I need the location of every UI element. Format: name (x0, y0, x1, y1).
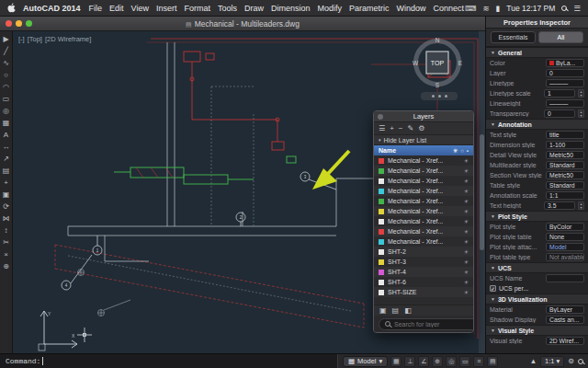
tab-essentials[interactable]: Essentials (491, 31, 536, 43)
new-layer-icon[interactable]: + (390, 124, 394, 132)
circle-tool[interactable]: ○ (1, 69, 12, 81)
layer-on-icon[interactable]: ☀ (464, 208, 469, 214)
menu-insert[interactable]: Insert (153, 4, 181, 13)
layer-on-icon[interactable]: ☀ (464, 238, 469, 245)
edit-layer-icon[interactable]: ✎ (408, 124, 414, 132)
annotation-scale-control[interactable]: 1:1 ▾ (540, 356, 564, 367)
property-value[interactable]: Model (546, 243, 584, 251)
notification-center-icon[interactable]: ☰ (573, 4, 581, 13)
layer-on-icon[interactable]: ☀ (464, 167, 469, 174)
layer-row[interactable]: SHT-6☀ (374, 277, 473, 287)
property-value[interactable]: None (546, 233, 584, 241)
property-value[interactable]: title (546, 131, 584, 139)
layer-row[interactable]: SHT-3☀ (374, 257, 473, 267)
layer-on-icon[interactable]: ☀ (464, 188, 469, 194)
layer-filter-icon[interactable]: ▤ (392, 306, 400, 315)
property-value[interactable]: Standard (546, 181, 584, 190)
section-header-3d-visualization[interactable]: ▼3D Visualization (486, 293, 588, 305)
table-tool[interactable]: ▤ (1, 165, 12, 177)
layer-color-swatch[interactable] (379, 168, 384, 174)
close-window-button[interactable] (6, 20, 12, 27)
viewcube-east[interactable]: E (458, 60, 462, 66)
layer-row[interactable]: Mechanical - Xref...☀ (374, 155, 473, 166)
tab-all[interactable]: All (538, 31, 583, 43)
line-tool[interactable]: ╱ (1, 45, 12, 57)
layer-color-swatch[interactable] (379, 249, 384, 255)
layer-row[interactable]: Mechanical - Xref...☀ (374, 166, 473, 176)
annotation-visibility-icon[interactable]: ▲ (530, 357, 537, 365)
property-value[interactable]: 0 (544, 109, 575, 118)
zoom-window-button[interactable] (26, 20, 32, 27)
layer-row[interactable]: Mechanical - Xref...☀ (374, 216, 473, 226)
value-stepper[interactable]: ▴▾ (578, 89, 584, 98)
mirror-tool[interactable]: ⋈ (1, 213, 12, 224)
property-value[interactable]: ——— (546, 99, 584, 108)
drawing-canvas[interactable]: 1234 (13, 31, 485, 353)
menu-format[interactable]: Format (180, 4, 214, 13)
layers-palette[interactable]: Layers ☰+−✎⚙ ▾ Hide Layer List Name ☀○▪ … (373, 110, 474, 333)
property-value[interactable]: ——— (546, 79, 584, 87)
section-header-general[interactable]: ▼General (486, 47, 588, 58)
property-value[interactable]: Casts an... (546, 316, 584, 324)
arc-tool[interactable]: ◠ (1, 81, 12, 93)
property-value[interactable]: ByLa... (546, 59, 584, 67)
property-value[interactable]: 1-100 (546, 141, 584, 149)
scrollbar-thumb[interactable] (480, 134, 484, 250)
viewport-view-control[interactable]: [Top] (28, 35, 42, 43)
ucs-per-viewport-checkbox[interactable]: ✓ (490, 285, 496, 292)
hatch-tool[interactable]: ▦ (1, 117, 12, 129)
section-header-ucs[interactable]: ▼UCS (486, 262, 588, 273)
layers-palette-titlebar[interactable]: Layers (374, 111, 473, 122)
layer-row[interactable]: SHT-2☀ (374, 247, 473, 257)
menu-dimension[interactable]: Dimension (267, 4, 314, 13)
delete-layer-icon[interactable]: − (399, 124, 403, 132)
layer-row[interactable]: SHT-SIZE☀ (374, 287, 473, 297)
viewcube-top-face[interactable]: TOP (426, 52, 449, 75)
layer-color-swatch[interactable] (379, 209, 384, 214)
menubar-clock[interactable]: Tue 12:17 PM (506, 4, 555, 13)
lock-column-icon[interactable]: ▪ (467, 148, 469, 154)
keyboard-icon[interactable]: ⌨ (465, 4, 476, 13)
trim-tool[interactable]: ✂ (1, 236, 12, 248)
zoom-tool[interactable]: ⊕ (1, 260, 12, 272)
value-stepper[interactable]: ▴▾ (578, 201, 584, 210)
layer-on-icon[interactable]: ☀ (464, 228, 469, 235)
isolate-layer-icon[interactable]: ◧ (404, 306, 412, 315)
status-settings-icon[interactable]: ⚙ (568, 357, 574, 365)
quickprops-toggle[interactable]: ▤ (487, 356, 498, 367)
wifi-icon[interactable]: ≋ (482, 4, 489, 13)
property-value[interactable]: 1 (544, 89, 575, 98)
property-value[interactable] (546, 274, 584, 282)
layer-row[interactable]: Mechanical - Xref...☀ (374, 236, 473, 247)
viewport-menu-control[interactable]: [-] (18, 35, 25, 43)
layer-color-swatch[interactable] (379, 259, 384, 265)
layer-row[interactable]: Mechanical - Xref...☀ (374, 186, 473, 196)
visibility-column-icon[interactable]: ☀ (453, 147, 458, 154)
value-stepper[interactable]: ▴▾ (578, 109, 584, 118)
viewport-visual-style-control[interactable]: [2D Wireframe] (45, 35, 91, 43)
window-titlebar[interactable]: ▤Mechanical - Multileaders.dwg (0, 17, 485, 31)
navigation-bar[interactable] (421, 92, 458, 100)
section-header-annotation[interactable]: ▼Annotation (486, 119, 588, 130)
stretch-tool[interactable]: ↕ (1, 224, 12, 236)
layer-color-swatch[interactable] (379, 270, 384, 275)
spotlight-icon[interactable] (561, 6, 567, 11)
layer-color-swatch[interactable] (379, 280, 384, 285)
layer-on-icon[interactable]: ☀ (464, 178, 469, 184)
command-line[interactable]: Command: (0, 354, 338, 368)
property-value[interactable]: Metric50 (546, 171, 584, 179)
property-value[interactable]: 0 (546, 69, 584, 77)
hide-layer-list-control[interactable]: ▾ Hide Layer List (374, 135, 473, 145)
layer-color-swatch[interactable] (379, 229, 384, 235)
menu-edit[interactable]: Edit (106, 4, 128, 13)
viewcube-north[interactable]: N (435, 37, 440, 43)
section-header-visual-style[interactable]: ▼Visual Style (486, 325, 588, 336)
layer-color-swatch[interactable] (379, 219, 384, 224)
freeze-column-icon[interactable]: ○ (460, 148, 464, 154)
section-header-plot-style[interactable]: ▼Plot Style (486, 211, 588, 222)
menu-window[interactable]: Window (393, 4, 430, 13)
property-value[interactable]: 2D Wiref... (546, 337, 584, 345)
layer-row[interactable]: Mechanical - Xref...☀ (374, 196, 473, 206)
layer-on-icon[interactable]: ☀ (464, 269, 469, 275)
layer-color-swatch[interactable] (379, 178, 384, 184)
